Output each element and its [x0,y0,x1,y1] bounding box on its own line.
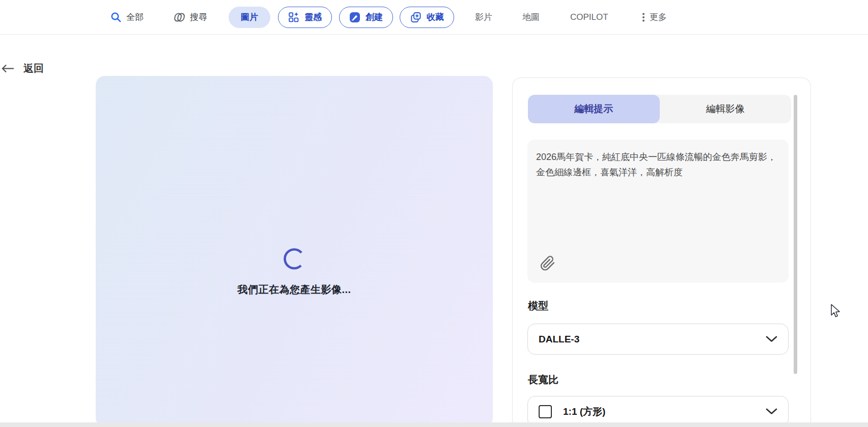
model-dropdown[interactable]: DALLE-3 [527,324,789,355]
paperclip-icon [539,253,557,274]
editor-tabbar: 編輯提示 編輯影像 [528,95,791,123]
tab-edit-image[interactable]: 編輯影像 [660,95,792,123]
copilot-icon [173,12,185,23]
loading-spinner-icon [283,248,305,270]
prompt-text: 2026馬年賀卡，純紅底中央一匹線條流暢的金色奔馬剪影，金色細線邊框，喜氣洋洋，… [536,149,780,180]
nav-tab-all-label: 全部 [126,11,144,23]
back-button[interactable]: 返回 [1,62,44,75]
nav-tab-create[interactable]: 創建 [339,7,393,28]
nav-tab-collections[interactable]: 收藏 [400,7,454,28]
nav-tab-search-label: 搜尋 [190,11,207,23]
model-label: 模型 [528,299,548,313]
editor-panel: 編輯提示 編輯影像 2026馬年賀卡，純紅底中央一匹線條流暢的金色奔馬剪影，金色… [512,77,811,427]
attach-file-button[interactable] [539,253,557,274]
collections-icon [410,12,422,23]
nav-tab-maps-label: 地圖 [522,11,540,23]
nav-more-label: 更多 [650,11,667,23]
more-vertical-dots-icon [642,12,645,22]
tab-edit-image-label: 編輯影像 [706,102,745,116]
search-icon [110,12,122,23]
nav-tab-all[interactable]: 全部 [110,11,144,23]
nav-tab-create-label: 創建 [366,11,383,23]
create-icon [349,12,360,23]
model-value: DALLE-3 [539,334,579,345]
nav-more-menu[interactable]: 更多 [642,11,667,23]
nav-tab-maps[interactable]: 地圖 [522,11,540,23]
nav-tab-videos[interactable]: 影片 [475,11,492,23]
tab-edit-prompt-label: 編輯提示 [574,102,613,116]
generation-canvas: 我們正在為您產生影像... [96,76,493,427]
square-aspect-icon [539,405,552,418]
nav-tab-images-label: 圖片 [241,11,258,23]
horizontal-scrollbar-track[interactable] [0,422,868,427]
back-arrow-icon [1,64,15,73]
mouse-cursor [830,304,843,321]
nav-tab-inspiration-label: 靈感 [304,11,322,23]
prompt-input[interactable]: 2026馬年賀卡，純紅底中央一匹線條流暢的金色奔馬剪影，金色細線邊框，喜氣洋洋，… [527,140,789,283]
tab-edit-prompt[interactable]: 編輯提示 [528,95,660,123]
aspect-ratio-value: 1:1 (方形) [563,405,605,418]
nav-tab-search[interactable]: 搜尋 [173,11,207,23]
aspect-ratio-label: 長寬比 [528,373,558,387]
back-label: 返回 [23,62,44,75]
nav-tab-collections-label: 收藏 [427,11,444,23]
chevron-down-icon [766,336,777,342]
nav-tab-images[interactable]: 圖片 [229,7,270,28]
nav-tab-videos-label: 影片 [475,11,492,23]
nav-tab-copilot-label: COPILOT [570,12,608,22]
loading-status-text: 我們正在為您產生影像... [237,283,351,297]
panel-scrollbar-thumb[interactable] [794,95,797,374]
chevron-down-icon [766,408,777,415]
top-nav: 全部 搜尋 圖片 靈感 創建 [0,0,868,35]
inspiration-icon [288,12,299,23]
nav-tab-inspiration[interactable]: 靈感 [278,7,332,28]
nav-tab-copilot[interactable]: COPILOT [570,12,608,22]
